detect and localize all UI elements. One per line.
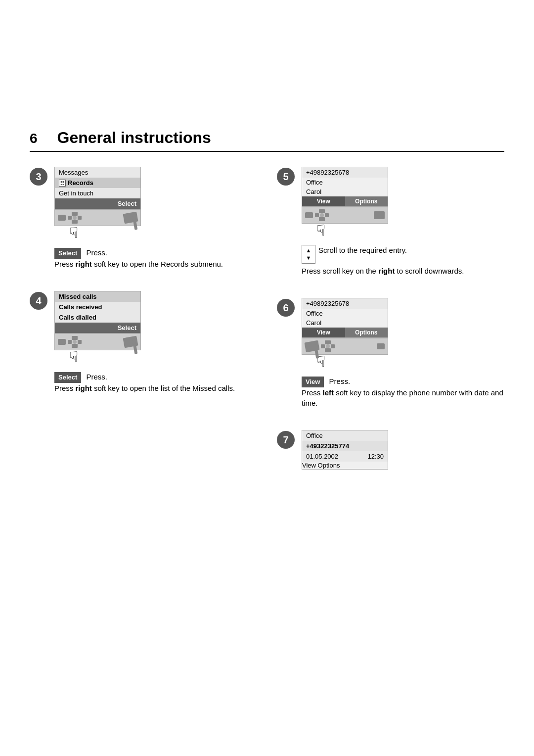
right-column: 5 +49892325678 Office Carol View Options: [277, 167, 504, 479]
step-6-screen: +49892325678 Office Carol View Options: [302, 298, 388, 338]
step-5-softkeys: View Options: [302, 196, 388, 206]
step-4-dialled: Calls dialled: [55, 312, 140, 323]
step-3-badge: Select: [54, 248, 81, 259]
step-5-carol: Carol: [302, 187, 388, 196]
step-3-messages: Messages: [55, 167, 140, 178]
step-7-top: 7 Office +49322325774 01.05.2002 12:30 V…: [277, 430, 504, 470]
step-3-phone-wrapper: Messages ☷ Records Get in touch Select: [54, 167, 141, 241]
step-5-top: 5 +49892325678 Office Carol View Options: [277, 167, 504, 239]
step-5-block: 5 +49892325678 Office Carol View Options: [277, 167, 504, 276]
step-5-desc: ▲▼ Scroll to the required entry. Press s…: [302, 245, 504, 276]
step-4-phone-wrapper: Missed calls Calls received Calls dialle…: [54, 291, 141, 366]
step-6-number: 6: [277, 299, 295, 317]
page-container: 6 General instructions 3 Messages ☷ Reco…: [0, 0, 534, 756]
step-3-records: ☷ Records: [55, 178, 140, 188]
step-7-line1: Office: [302, 430, 388, 441]
step-3-screen: Messages ☷ Records Get in touch Select: [54, 167, 141, 209]
step-4-hand: ☟: [69, 348, 141, 366]
step-6-office: Office: [302, 309, 388, 318]
step-7-softkeys: View Options: [302, 462, 388, 469]
step-5-view-key: View: [302, 196, 345, 206]
step-3-hand: ☟: [69, 224, 141, 241]
page-number: 6: [30, 131, 38, 146]
page-title: General instructions: [57, 129, 211, 147]
step-3-get-in-touch: Get in touch: [55, 188, 140, 198]
step-4-received: Calls received: [55, 302, 140, 312]
step-7-screen: Office +49322325774 01.05.2002 12:30 Vie…: [302, 430, 388, 470]
step-5-number-line: +49892325678: [302, 167, 388, 178]
step-7-options-key: Options: [318, 462, 340, 469]
step-4-desc: Select Press. Press right soft key to op…: [54, 372, 257, 393]
step-6-options-key: Options: [345, 328, 388, 337]
step-6-number-line: +49892325678: [302, 298, 388, 309]
step-6-top: 6 +49892325678 Office Carol View Options: [277, 298, 504, 370]
step-6-view-key: View: [302, 328, 345, 337]
step-6-badge: View: [302, 377, 324, 387]
step-7-datetime: 01.05.2002 12:30: [302, 451, 388, 462]
step-4-missed: Missed calls: [55, 291, 140, 302]
step-5-hand: ☟: [316, 222, 325, 239]
step-6-block: 6 +49892325678 Office Carol View Options: [277, 298, 504, 408]
step-3-number: 3: [30, 168, 47, 186]
step-6-phone-wrapper: +49892325678 Office Carol View Options: [302, 298, 388, 370]
step-4-number: 4: [30, 292, 47, 310]
step-5-office: Office: [302, 178, 388, 187]
step-5-options-key: Options: [345, 196, 388, 206]
step-7-block: 7 Office +49322325774 01.05.2002 12:30 V…: [277, 430, 504, 470]
step-3-softkey: Select: [55, 198, 140, 209]
records-icon: ☷: [59, 180, 66, 187]
step-4-block: 4 Missed calls Calls received Calls dial…: [30, 291, 257, 393]
step-7-line2: +49322325774: [302, 441, 388, 451]
step-3-top: 3 Messages ☷ Records Get in touch Select: [30, 167, 257, 241]
step-6-softkeys: View Options: [302, 328, 388, 337]
step-3-block: 3 Messages ☷ Records Get in touch Select: [30, 167, 257, 269]
step-7-number: 7: [277, 431, 295, 449]
step-6-desc: View Press. Press left soft key to displ…: [302, 376, 504, 408]
step-6-carol: Carol: [302, 318, 388, 328]
page-header: 6 General instructions: [30, 129, 504, 152]
step-5-screen: +49892325678 Office Carol View Options: [302, 167, 388, 207]
left-column: 3 Messages ☷ Records Get in touch Select: [30, 167, 257, 479]
step-7-date: 01.05.2002: [306, 453, 338, 460]
step-7-time: 12:30: [367, 453, 384, 460]
step-4-badge: Select: [54, 372, 81, 383]
step-4-softkey: Select: [55, 323, 140, 333]
step-4-screen: Missed calls Calls received Calls dialle…: [54, 291, 141, 333]
scroll-arrows-icon: ▲▼: [302, 245, 315, 264]
step-5-number: 5: [277, 168, 295, 186]
step-5-phone-wrapper: +49892325678 Office Carol View Options: [302, 167, 388, 239]
step-4-top: 4 Missed calls Calls received Calls dial…: [30, 291, 257, 366]
step-3-desc: Select Press. Press right soft key to op…: [54, 247, 257, 269]
content-grid: 3 Messages ☷ Records Get in touch Select: [30, 167, 504, 479]
step-7-view-key: View: [302, 462, 316, 469]
